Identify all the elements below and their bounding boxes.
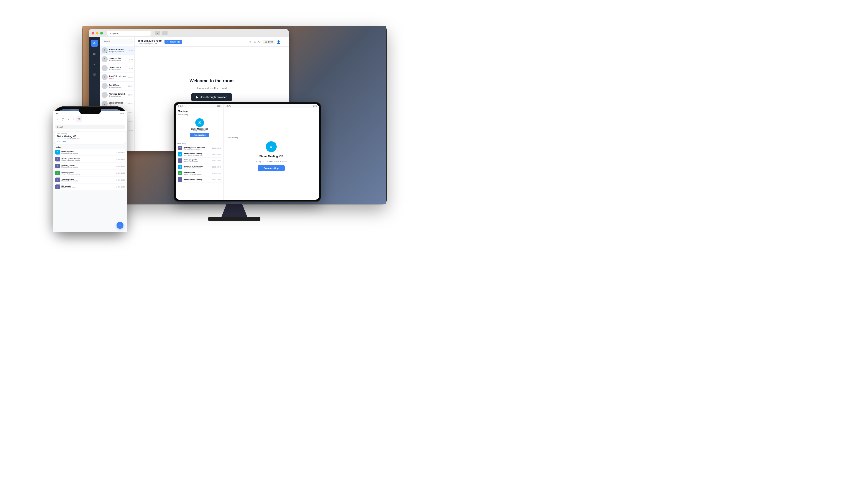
phone-meeting-name: Status Meeting iOS	[57, 135, 123, 138]
contact-avatar-5: F	[101, 92, 107, 98]
welcome-title: Welcome to the room	[190, 78, 234, 83]
contact-time-2: 10:46	[128, 67, 132, 69]
svg-text:S: S	[270, 145, 272, 148]
tablet-list-item-2[interactable]: S Strategy Update Mia Lia's Super room 1…	[177, 158, 222, 164]
lock-button[interactable]: 🔒 Lock	[263, 40, 275, 43]
browser-back-btn[interactable]: ‹	[155, 31, 160, 35]
phone-tab-calendar[interactable]: 📅	[76, 116, 82, 122]
room-link-label: Room link	[170, 40, 180, 43]
phone-today-label: Today	[56, 145, 124, 149]
more-icon[interactable]: ⋮	[282, 40, 286, 43]
tablet-right-meeting-icon: S	[266, 141, 277, 152]
tablet-item-desc-4: Google Pexip Meet meeting	[184, 174, 211, 175]
tablet-list-item-4[interactable]: G Daily Meeting Google Pexip Meet meetin…	[177, 170, 222, 177]
phone-meeting-item-3[interactable]: G Google-update Google Pexip Meet meetin…	[56, 170, 124, 176]
join-browser-button[interactable]: ▶ Join through browser	[191, 93, 232, 101]
tablet-item-icon-3: S	[178, 165, 182, 169]
contact-time-4: 10:46	[128, 85, 132, 87]
room-link-button[interactable]: 🔗 Room link	[164, 40, 182, 44]
contact-item-0[interactable]: T Tom Erik's room You joined the room 10…	[100, 46, 134, 55]
tablet-right-join-button[interactable]: Join meeting	[258, 165, 285, 171]
sidebar-icon-grid[interactable]: ⊞	[91, 50, 98, 57]
tablet-list-item-0[interactable]: T Daily Whiteboard Meeting Microsoft Tea…	[177, 145, 222, 151]
phone-meeting-item-1[interactable]: T Weekly Status Meeting Skype for Busine…	[56, 156, 124, 162]
phone-nav-tabs: ⊙ 💬 # ☏ 📅	[56, 116, 124, 123]
star-icon[interactable]: ☆	[249, 40, 252, 43]
tablet-item-info-5: Weekly Status Meeting	[184, 179, 211, 181]
url-text: pexip.me	[109, 32, 119, 34]
phone-item-time-0: 12:00 - 13:00	[116, 151, 124, 153]
join-browser-label: Join through browser	[200, 95, 226, 99]
phone-meeting-item-5[interactable]: i iOS Update iOS Lia room's room 15:00 -…	[56, 184, 124, 190]
contact-item-5[interactable]: F Florence Schmidt They called you 10:46	[100, 91, 134, 99]
contact-status-3: Missed	[109, 77, 127, 79]
tablet-item-name-1: Weekly Status Meeting	[184, 153, 211, 154]
contact-item-2[interactable]: H Hunter Stone They called you 10:46	[100, 64, 134, 73]
phone-tab-phone[interactable]: ☏	[70, 116, 76, 122]
phone-fab-button[interactable]: +	[117, 222, 123, 229]
participants-icon[interactable]: 👤	[277, 40, 280, 43]
contact-avatar-1: G	[101, 56, 107, 62]
tablet-list-item-3[interactable]: S Accounting Discussion Google Pexip Mee…	[177, 164, 222, 170]
contact-info-3: Tom Erik Lia's room Missed	[109, 75, 127, 79]
phone-item-desc-2: Microsoft Teams meeting	[61, 166, 115, 168]
tablet-next-time: Today, 12:00-13:00	[193, 130, 206, 131]
contact-item-1[interactable]: G Grace Bailey You called them 10:46	[100, 55, 134, 64]
tablet-next-icon: S	[195, 118, 204, 127]
contact-status-5: They called you	[109, 95, 127, 97]
minimize-traffic-light[interactable]	[96, 32, 98, 34]
contact-item-4[interactable]: S Scott Marsh They called you 10:46	[100, 82, 134, 91]
tablet-join-button[interactable]: Join meeting	[190, 133, 209, 137]
contact-name-2: Hunter Stone	[109, 66, 127, 68]
sidebar-icon-hash[interactable]: #	[91, 61, 98, 67]
contact-name-4: Scott Marsh	[109, 84, 127, 86]
tablet-item-time-1: 13:00 - 14:00	[212, 154, 221, 155]
phone-item-desc-3: Google Pexip Meet meeting	[61, 173, 115, 175]
contact-info-0: Tom Erik's room You joined the room	[109, 49, 127, 53]
tablet-list-item-5[interactable]: T Weekly Status Meeting 15:00 - 16:00	[177, 177, 222, 183]
tablet-item-info-0: Daily Whiteboard Meeting Microsoft Teams…	[184, 146, 211, 150]
phone-tab-chat[interactable]: 💬	[60, 116, 66, 122]
tablet-list-item-1[interactable]: S Weekly Status Meeting Skype for Busine…	[177, 151, 222, 158]
tablet-item-name-3: Accounting Discussion	[184, 165, 211, 167]
phone-join-btn[interactable]: JOIN	[62, 141, 66, 142]
gear-icon[interactable]: ⚙	[258, 40, 261, 43]
online-indicator-0	[106, 52, 107, 53]
tablet-right-status-bar: 9:41 AM 100%	[223, 104, 319, 108]
phone-meeting-time: 12:00 - 13:00 · Starts in 6 min	[57, 138, 123, 140]
settings-icon[interactable]: ○	[254, 40, 256, 43]
sidebar-icon-home[interactable]: ⊙	[91, 40, 98, 47]
contact-status-1: You called them	[109, 59, 127, 61]
tablet-item-name-5: Weekly Status Meeting	[184, 179, 211, 181]
phone-tab-home[interactable]: ⊙	[56, 116, 60, 122]
tablet-status-bar: 9:41 AM 100%	[176, 104, 223, 108]
sidebar-icon-phone[interactable]: ☏	[91, 71, 98, 78]
header-actions: ☆ ○ ⚙ 🔒 Lock 👤 ⋮	[249, 40, 286, 43]
tablet-right-next-label: Next meeting	[228, 137, 238, 139]
phone-item-icon-3: G	[56, 171, 60, 175]
phone-tab-teams[interactable]: #	[66, 116, 70, 122]
phone-item-info-5: iOS Update iOS Lia room's room	[61, 185, 115, 189]
skype-icon-svg: S	[268, 144, 275, 150]
url-bar[interactable]: pexip.me	[107, 31, 151, 36]
tablet-meeting-list: Later today T Daily Whiteboard Meeting M…	[176, 141, 223, 200]
phone-search-input[interactable]	[56, 125, 124, 129]
phone-meeting-item-0[interactable]: S My pexip status Microsoft Teams meetin…	[56, 149, 124, 155]
phone-meeting-item-2[interactable]: S Strategy Update Microsoft Teams meetin…	[56, 163, 124, 169]
phone-edit-btn[interactable]: EDIT	[57, 141, 61, 142]
browser-forward-btn[interactable]: ›	[162, 31, 167, 35]
phone-app-container: 9:41 100% ⊙ 💬 # ☏ 📅 Next meeting	[56, 111, 124, 229]
tablet-left-header: Meetings Next meeting S Status Meeting i…	[176, 108, 223, 141]
lock-label: Lock	[268, 40, 273, 43]
contact-item-3[interactable]: T Tom Erik Lia's room Missed 10:46	[100, 73, 134, 82]
tablet-item-time-4: 15:00 - 16:00	[212, 173, 221, 174]
fullscreen-traffic-light[interactable]	[100, 32, 103, 34]
phone-search-bar	[56, 123, 124, 131]
close-traffic-light[interactable]	[92, 32, 94, 34]
tablet-next-name: Status Meeting iOS	[190, 128, 208, 130]
phone-item-icon-5: i	[56, 184, 60, 189]
search-input[interactable]	[101, 39, 132, 44]
phone-meeting-item-4[interactable]: T Teams Meeting Microsoft Teams meeting …	[56, 177, 124, 183]
tablet-right-panel: 9:41 AM 100% Next meeting S Status Meeti…	[223, 104, 319, 200]
browser-controls: ‹ ›	[155, 31, 167, 35]
